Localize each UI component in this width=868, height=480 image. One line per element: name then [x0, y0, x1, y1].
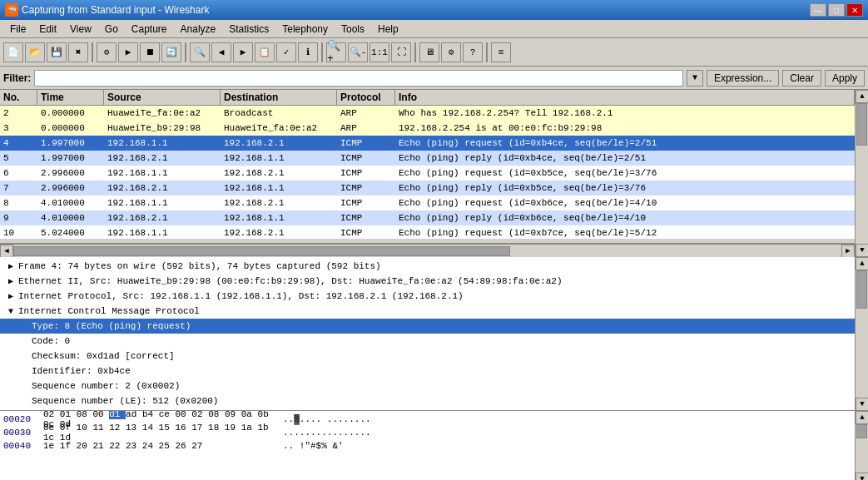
- hex-vscrollbar[interactable]: ▲ ▼: [855, 411, 868, 480]
- detail-row[interactable]: ▶Frame 4: 74 bytes on wire (592 bits), 7…: [0, 259, 855, 274]
- detail-text: Frame 4: 74 bytes on wire (592 bits), 74…: [18, 261, 381, 271]
- h-scroll-right[interactable]: ▶: [841, 245, 855, 258]
- toolbar-save[interactable]: 💾: [47, 42, 67, 62]
- detail-vscroll-up[interactable]: ▲: [856, 257, 868, 270]
- detail-row[interactable]: ▶Ethernet II, Src: HuaweiTe_b9:29:98 (00…: [0, 274, 855, 289]
- toolbar-filter-exp[interactable]: 🔍: [190, 42, 210, 62]
- hex-byte: 02: [43, 411, 60, 419]
- menu-analyze[interactable]: Analyze: [174, 22, 223, 37]
- packet-row[interactable]: 20.000000HuaweiTe_fa:0e:a2BroadcastARPWh…: [0, 106, 855, 121]
- close-button[interactable]: ✕: [846, 3, 863, 17]
- menu-telephony[interactable]: Telephony: [275, 22, 335, 37]
- menu-edit[interactable]: Edit: [32, 22, 63, 37]
- menu-statistics[interactable]: Statistics: [222, 22, 275, 37]
- toolbar-new[interactable]: 📄: [3, 42, 23, 62]
- menu-help[interactable]: Help: [371, 22, 405, 37]
- toolbar-extra[interactable]: ≡: [491, 42, 511, 62]
- hex-dump[interactable]: 0002002 01 08 00 d1 ad b4 ce 00 02 08 09…: [0, 411, 855, 480]
- packet-row[interactable]: 51.997000192.168.2.1192.168.1.1ICMPEcho …: [0, 151, 855, 166]
- vscroll-up[interactable]: ▲: [856, 90, 868, 103]
- filter-dropdown[interactable]: ▼: [687, 70, 703, 87]
- toolbar-zoom-out[interactable]: 🔍-: [348, 42, 368, 62]
- toolbar-apply-filter[interactable]: ✓: [276, 42, 296, 62]
- detail-row[interactable]: Sequence number: 2 (0x0002): [0, 379, 855, 393]
- expand-icon[interactable]: ▼: [5, 307, 17, 316]
- expand-icon[interactable]: ▶: [5, 261, 17, 271]
- h-scroll-left[interactable]: ◀: [0, 245, 13, 258]
- detail-row[interactable]: Identifier: 0xb4ce: [0, 364, 855, 379]
- detail-vscroll-track[interactable]: [856, 270, 868, 398]
- packet-row[interactable]: 94.010000192.168.2.1192.168.1.1ICMPEcho …: [0, 210, 855, 225]
- toolbar-prefs[interactable]: ⚙: [441, 42, 461, 62]
- toolbar-filter-next[interactable]: ▶: [233, 42, 253, 62]
- expand-icon[interactable]: ▶: [5, 291, 17, 301]
- header-time[interactable]: Time: [37, 90, 104, 105]
- detail-row[interactable]: Sequence number (LE): 512 (0x0200): [0, 393, 855, 408]
- packet-cell: Broadcast: [221, 107, 337, 119]
- vscroll-down[interactable]: ▼: [856, 244, 868, 257]
- minimize-button[interactable]: —: [810, 3, 826, 17]
- toolbar-zoom-reset[interactable]: 1:1: [370, 42, 389, 62]
- menu-file[interactable]: File: [3, 22, 32, 37]
- toolbar-options[interactable]: ⚙: [97, 42, 117, 62]
- packet-cell: 192.168.2.1: [104, 182, 221, 194]
- detail-row[interactable]: Checksum: 0xd1ad [correct]: [0, 349, 855, 364]
- hex-vscroll-up[interactable]: ▲: [856, 411, 868, 424]
- clear-button[interactable]: Clear: [782, 70, 821, 87]
- h-scroll-thumb[interactable]: [13, 246, 510, 256]
- packet-row[interactable]: 105.024000192.168.1.1192.168.2.1ICMPEcho…: [0, 225, 855, 239]
- toolbar-restart[interactable]: 🔄: [161, 42, 181, 62]
- menu-view[interactable]: View: [63, 22, 98, 37]
- toolbar-stop[interactable]: ⏹: [140, 42, 160, 62]
- expression-button[interactable]: Expression...: [707, 70, 779, 87]
- toolbar-start[interactable]: ▶: [118, 42, 138, 62]
- toolbar-help[interactable]: ?: [463, 42, 483, 62]
- toolbar-close[interactable]: ✖: [68, 42, 88, 62]
- apply-button[interactable]: Apply: [825, 70, 865, 87]
- hex-vscroll-thumb[interactable]: [856, 424, 867, 438]
- vscroll-thumb[interactable]: [856, 103, 867, 146]
- hex-vscroll-track[interactable]: [856, 424, 868, 473]
- toolbar-open[interactable]: 📂: [25, 42, 45, 62]
- packet-list-body[interactable]: 20.000000HuaweiTe_fa:0e:a2BroadcastARPWh…: [0, 106, 855, 239]
- header-no[interactable]: No.: [0, 90, 37, 105]
- packet-cell: 2.996000: [37, 167, 104, 179]
- menu-tools[interactable]: Tools: [335, 22, 371, 37]
- toolbar-fullscreen[interactable]: ⛶: [391, 42, 411, 62]
- toolbar-zoom-in[interactable]: 🔍+: [326, 42, 346, 62]
- expand-icon[interactable]: ▶: [5, 276, 17, 286]
- packet-list-vscrollbar[interactable]: ▲ ▼: [855, 90, 868, 257]
- toolbar-capture-iface[interactable]: 🖥: [419, 42, 439, 62]
- detail-row[interactable]: ▼Internet Control Message Protocol: [0, 304, 855, 319]
- detail-vscroll-thumb[interactable]: [856, 270, 867, 309]
- packet-list-header: No. Time Source Destination Protocol Inf…: [0, 90, 855, 106]
- toolbar-filter-prepare[interactable]: 📋: [255, 42, 275, 62]
- detail-vscrollbar[interactable]: ▲ ▼: [855, 257, 868, 411]
- detail-vscroll-down[interactable]: ▼: [856, 398, 868, 411]
- header-info[interactable]: Info: [395, 90, 855, 105]
- header-proto[interactable]: Protocol: [337, 90, 395, 105]
- packet-row[interactable]: 84.010000192.168.1.1192.168.2.1ICMPEcho …: [0, 195, 855, 210]
- toolbar-info[interactable]: ℹ: [298, 42, 318, 62]
- packet-row[interactable]: 62.996000192.168.1.1192.168.2.1ICMPEcho …: [0, 166, 855, 181]
- packet-row[interactable]: 41.997000192.168.1.1192.168.2.1ICMPEcho …: [0, 136, 855, 151]
- packet-cell: 192.168.2.1: [221, 227, 337, 239]
- packet-cell: 192.168.1.1: [104, 167, 221, 179]
- header-dest[interactable]: Destination: [221, 90, 337, 105]
- detail-row[interactable]: Type: 8 (Echo (ping) request): [0, 319, 855, 334]
- filter-input[interactable]: [34, 70, 683, 87]
- header-source[interactable]: Source: [104, 90, 221, 105]
- detail-row[interactable]: Code: 0: [0, 334, 855, 349]
- menu-capture[interactable]: Capture: [125, 22, 174, 37]
- packet-row[interactable]: 72.996000192.168.2.1192.168.1.1ICMPEcho …: [0, 181, 855, 195]
- packet-detail[interactable]: ▶Frame 4: 74 bytes on wire (592 bits), 7…: [0, 257, 855, 411]
- menu-go[interactable]: Go: [98, 22, 125, 37]
- h-scroll-track[interactable]: [13, 245, 841, 257]
- h-scrollbar[interactable]: ◀ ▶: [0, 244, 855, 257]
- packet-row[interactable]: 30.000000HuaweiTe_b9:29:98HuaweiTe_fa:0e…: [0, 121, 855, 136]
- hex-vscroll-down[interactable]: ▼: [856, 473, 868, 480]
- toolbar-filter-prev[interactable]: ◀: [211, 42, 231, 62]
- detail-row[interactable]: ▶Internet Protocol, Src: 192.168.1.1 (19…: [0, 289, 855, 304]
- maximize-button[interactable]: □: [828, 3, 845, 17]
- vscroll-track[interactable]: [856, 103, 868, 244]
